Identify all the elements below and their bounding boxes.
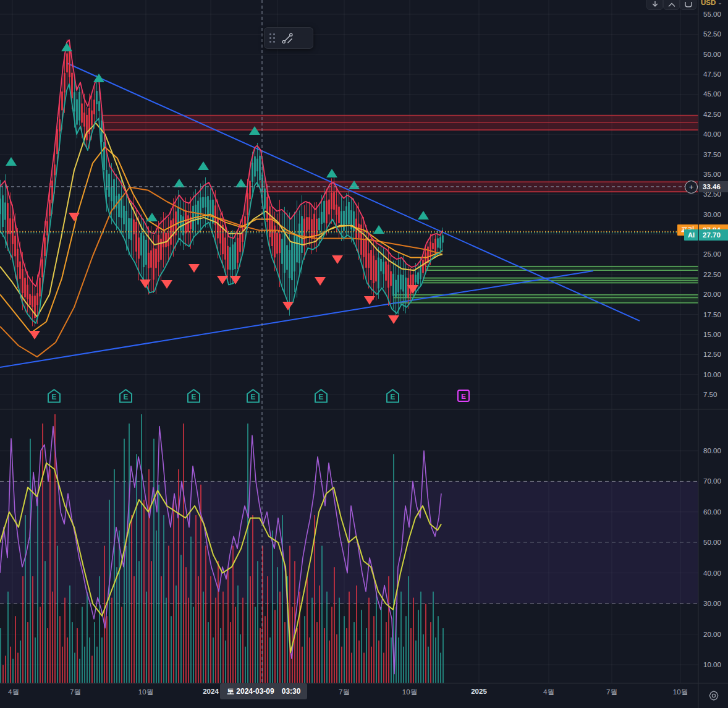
time-label: 4월 (8, 688, 19, 697)
time-label: 7월 (339, 688, 350, 697)
price-tick: 7.50 (703, 390, 717, 399)
price-tick: 45.00 (703, 90, 721, 98)
time-label: 7월 (70, 688, 81, 697)
down-marker (282, 302, 294, 310)
down-marker (69, 213, 80, 221)
ai-price-label: 27.70 (699, 229, 728, 241)
svg-text:E: E (318, 393, 323, 401)
restore-pane-icon (685, 2, 692, 7)
gear-icon (708, 690, 719, 701)
down-marker (388, 315, 399, 324)
ai-tag: AI (684, 229, 698, 241)
svg-text:E: E (250, 393, 255, 401)
chevron-down-icon: ⌄ (717, 0, 722, 6)
down-marker (161, 280, 172, 289)
price-tick: 25.00 (703, 250, 721, 258)
price-tick: 15.00 (703, 330, 721, 339)
crosshair-price-label: 33.46 (699, 181, 728, 192)
time-label: 10월 (673, 688, 688, 697)
time-label: 10월 (402, 688, 417, 697)
earnings-badge[interactable]: E (185, 388, 202, 407)
price-tick: 35.00 (703, 170, 721, 179)
time-label: 4월 (543, 688, 554, 697)
earnings-badge[interactable]: E (245, 388, 261, 407)
price-tick: 20.00 (703, 290, 721, 299)
chevron-up-icon (669, 4, 674, 7)
drawing-toolbar[interactable] (264, 27, 313, 49)
currency-selector[interactable]: USD ⌄ (701, 0, 722, 6)
up-marker (235, 179, 247, 187)
main-chart-canvas[interactable] (0, 0, 728, 708)
indicator-tick: 30.00 (703, 599, 721, 608)
indicator-tick: 60.00 (703, 508, 721, 516)
earnings-badge[interactable]: E (313, 388, 329, 407)
scroll-down-button[interactable] (646, 0, 663, 10)
time-label: 2025 (471, 688, 487, 695)
price-tick: 50.00 (703, 50, 721, 59)
up-marker (418, 211, 429, 220)
down-marker (364, 296, 375, 305)
down-marker (29, 331, 40, 339)
down-marker (188, 264, 200, 273)
svg-text:E: E (51, 393, 56, 401)
price-tick: 30.00 (703, 210, 721, 219)
time-label: 2024 (203, 688, 219, 695)
price-tick: 17.50 (703, 310, 721, 319)
drag-handle-icon[interactable] (269, 33, 275, 43)
arrow-down-icon (653, 1, 657, 6)
indicator-tick: 40.00 (703, 569, 721, 578)
svg-text:E: E (390, 393, 395, 401)
earnings-badge[interactable]: E (384, 388, 401, 407)
svg-text:E: E (123, 393, 128, 401)
price-tick: 22.50 (703, 270, 721, 279)
indicator-tick: 10.00 (703, 660, 721, 669)
price-tick: 47.50 (703, 70, 721, 79)
indicator-tick: 20.00 (703, 630, 721, 639)
maximize-pane-button[interactable] (680, 0, 696, 10)
up-marker (373, 225, 384, 234)
up-marker (146, 213, 158, 221)
svg-text:E: E (461, 393, 466, 400)
price-tick: 42.50 (703, 110, 721, 119)
down-marker (332, 255, 343, 264)
price-tick: 37.50 (703, 150, 721, 159)
time-label: 10월 (138, 688, 153, 697)
indicator-tick: 70.00 (703, 477, 721, 485)
up-marker (6, 157, 17, 166)
down-marker (315, 277, 326, 286)
indicator-tick: 50.00 (703, 538, 721, 547)
down-marker (217, 276, 228, 284)
up-marker (326, 169, 337, 177)
currency-label: USD (701, 0, 716, 6)
chart-window: USD ⌄ + 33.46 프리 27.84 AI 27.70 토 2024-0… (0, 0, 728, 708)
earnings-badge-upcoming[interactable]: E (456, 388, 471, 406)
up-marker (174, 179, 185, 187)
collapse-pane-button[interactable] (663, 0, 680, 10)
trend-line-tool-icon[interactable] (281, 32, 294, 45)
crosshair-time: 03:30 (282, 687, 301, 696)
price-tick: 55.00 (703, 10, 721, 19)
crosshair-date: 토 2024-03-09 (227, 686, 274, 697)
price-tick: 10.00 (703, 370, 721, 379)
price-tick: 12.50 (703, 350, 721, 359)
timezone-settings-button[interactable] (705, 686, 723, 705)
svg-text:E: E (191, 393, 196, 401)
up-marker (198, 161, 209, 170)
earnings-badge[interactable]: E (117, 388, 134, 407)
time-label: 7월 (606, 688, 617, 697)
earnings-badge[interactable]: E (46, 388, 62, 407)
up-marker (93, 74, 104, 82)
crosshair-date-tooltip: 토 2024-03-09 03:30 (220, 683, 307, 699)
price-tick: 52.50 (703, 30, 721, 38)
price-tick: 40.00 (703, 130, 721, 139)
indicator-tick: 80.00 (703, 446, 721, 455)
